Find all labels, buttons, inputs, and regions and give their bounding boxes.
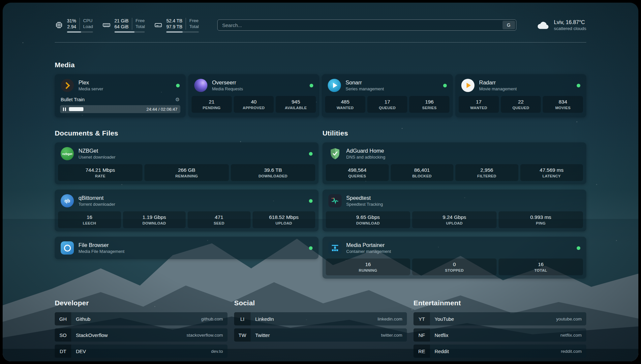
header-divider (55, 42, 586, 43)
service-card-adguard[interactable]: AdGuard Home DNS and adblocking 498,564Q… (322, 142, 586, 184)
bookmark-name: LinkedIn (251, 316, 274, 322)
weather-widget: Lviv, 16.87°C scattered clouds (536, 19, 586, 31)
service-card-nzbget[interactable]: nzbget NZBGet Usenet downloader 744.21 M… (55, 142, 319, 184)
service-card-plex[interactable]: Plex Media server Bullet Train ⚙ (55, 74, 186, 117)
section-documents-files: Documents & Files nzbget NZBGet Usenet d… (55, 129, 319, 279)
stat-upload: 618.52 MbpsUPLOAD (253, 211, 316, 228)
bookmark-stackoverflow[interactable]: SO StackOverflow stackoverflow.com (55, 328, 228, 342)
stat-total: 16TOTAL (499, 258, 583, 275)
status-dot-online (577, 84, 580, 87)
bookmark-youtube[interactable]: YT YouTube youtube.com (413, 312, 586, 325)
gear-icon[interactable]: ⚙ (175, 97, 180, 103)
bookmark-name: YouTube (430, 316, 454, 322)
bookmark-name: Github (71, 316, 90, 322)
service-name: Speedtest (346, 195, 383, 201)
service-description: Media Requests (212, 86, 243, 92)
status-dot-online (176, 84, 180, 87)
stat-upload: 9.24 GbpsUPLOAD (412, 211, 497, 228)
stat-rate: 744.21 MbpsRATE (58, 164, 142, 181)
status-dot-online (309, 246, 313, 250)
memory-icon (102, 21, 111, 29)
memory-free-label: Free (136, 18, 145, 24)
service-card-radarr[interactable]: Radarr Movie management 17WANTED 22QUEUE… (455, 74, 586, 117)
bookmark-name: DEV (71, 349, 86, 354)
service-name: Plex (78, 79, 103, 86)
bookmark-url: twitter.com (381, 333, 407, 338)
dashboard: 31% 2.94 CPU Load (3, 3, 638, 361)
dashboard-content: 31% 2.94 CPU Load (55, 3, 586, 361)
plex-progress-bar[interactable] (69, 107, 143, 111)
section-title-media: Media (55, 61, 586, 69)
stat-filtered: 2,956FILTERED (455, 164, 518, 181)
pause-icon[interactable] (63, 107, 66, 111)
plex-icon (61, 79, 74, 92)
disk-usage-bar (166, 31, 198, 33)
stat-queued: 22QUEUED (501, 96, 541, 113)
bookmark-name: Twitter (251, 332, 270, 338)
service-card-portainer[interactable]: Media Portainer Container management 16R… (322, 237, 586, 279)
service-name: NZBGet (78, 147, 115, 154)
stat-series: 196SERIES (409, 96, 449, 113)
service-description: Container management (346, 249, 391, 254)
service-card-qbittorrent[interactable]: qb qBittorrent Torrent downloader 16LEEC… (55, 190, 319, 231)
divider (186, 18, 186, 30)
bookmark-group-entertainment: Entertainment YT YouTube youtube.com NF … (413, 299, 586, 358)
memory-widget: 21 GiB 64 GiB Free Total (102, 18, 145, 33)
bookmark-abbr: LI (234, 312, 251, 325)
service-card-filebrowser[interactable]: File Browser Media File Management (55, 237, 319, 259)
weather-location: Lviv, 16.87°C (554, 19, 586, 26)
status-dot-online (577, 246, 580, 250)
status-dot-online (443, 84, 447, 87)
service-description: DNS and adblocking (346, 154, 385, 160)
search-input[interactable] (219, 22, 503, 28)
bookmark-github[interactable]: GH Github github.com (55, 312, 228, 325)
stat-remaining: 266 GBREMAINING (144, 164, 229, 181)
section-media: Media Plex Media server Bullet Train (55, 61, 586, 117)
bookmark-abbr: GH (55, 312, 71, 325)
stat-seed: 471SEED (188, 211, 251, 228)
cpu-load-value: 2.94 (67, 24, 76, 30)
disk-free-label: Free (189, 18, 199, 24)
bookmark-twitter[interactable]: TW Twitter twitter.com (234, 328, 407, 342)
stat-download: 9.65 GbpsDOWNLOAD (326, 211, 410, 228)
disk-total-label: Total (189, 24, 199, 30)
cpu-widget: 31% 2.94 CPU Load (55, 18, 93, 33)
stat-leech: 16LEECH (58, 211, 121, 228)
stat-available: 945AVAILABLE (276, 96, 316, 113)
section-title-utilities: Utilities (322, 129, 586, 137)
status-dot-online (310, 84, 313, 87)
cpu-usage-value: 31% (67, 18, 76, 24)
bookmark-dev[interactable]: DT DEV dev.to (55, 345, 228, 358)
bookmark-group-developer: Developer GH Github github.com SO StackO… (55, 299, 228, 358)
radarr-icon (461, 79, 474, 92)
section-title-social: Social (234, 299, 407, 307)
service-description: Media File Management (78, 249, 124, 254)
stat-wanted: 485WANTED (325, 96, 365, 113)
service-card-sonarr[interactable]: Sonarr Series management 485WANTED 17QUE… (322, 74, 453, 117)
qbittorrent-icon: qb (61, 194, 74, 207)
bookmark-url: youtube.com (556, 317, 586, 321)
bookmark-netflix[interactable]: NF Netflix netflix.com (413, 328, 586, 342)
now-playing-title: Bullet Train (61, 97, 85, 102)
stat-latency: 47.569 msLATENCY (520, 164, 583, 181)
search-provider-button[interactable]: G (503, 21, 515, 29)
stat-downloaded: 39.6 TBDOWNLOADED (231, 164, 315, 181)
overseerr-icon (194, 79, 207, 92)
bookmark-reddit[interactable]: RE Reddit reddit.com (413, 345, 586, 358)
playback-time: 24:44 / 02:06:47 (146, 107, 177, 112)
bookmark-url: reddit.com (561, 349, 586, 354)
cpu-usage-label: CPU (83, 18, 93, 24)
section-title-entertainment: Entertainment (413, 299, 586, 307)
service-name: AdGuard Home (346, 147, 385, 154)
memory-usage-bar (114, 31, 145, 33)
service-card-overseerr[interactable]: Overseerr Media Requests 21PENDING 40APP… (188, 74, 319, 117)
service-description: Speedtest Tracking (346, 201, 383, 207)
service-name: Media Portainer (346, 242, 391, 249)
bookmark-abbr: SO (55, 328, 71, 342)
top-bar: 31% 2.94 CPU Load (55, 16, 586, 34)
service-card-speedtest[interactable]: Speedtest Speedtest Tracking 9.65 GbpsDO… (322, 190, 586, 231)
bookmarks-section: Developer GH Github github.com SO StackO… (55, 299, 586, 361)
plex-now-playing-widget: Bullet Train ⚙ 24:44 / 02:06:47 (55, 97, 186, 117)
bookmark-linkedin[interactable]: LI LinkedIn linkedin.com (234, 312, 407, 325)
disk-icon (154, 21, 163, 29)
